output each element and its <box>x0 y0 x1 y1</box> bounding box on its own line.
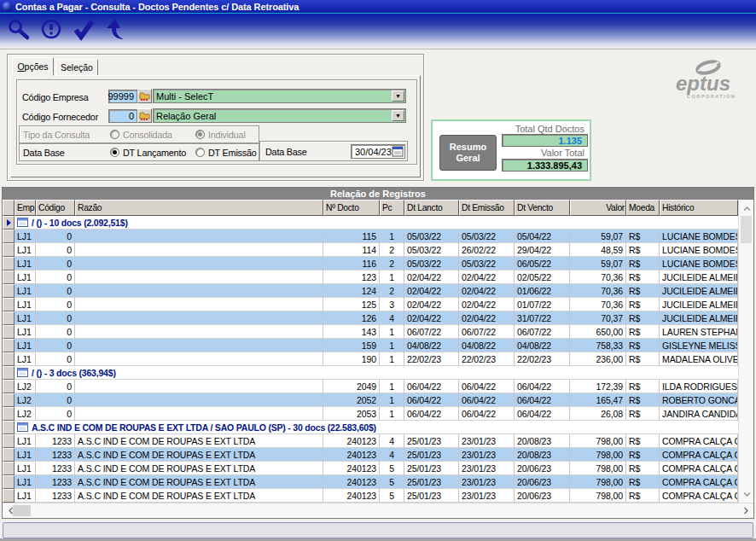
vertical-scrollbar[interactable] <box>738 200 753 503</box>
dropdown-arrow-icon[interactable]: ▼ <box>392 110 404 121</box>
codigo-fornecedor-input[interactable]: 0 <box>108 109 137 123</box>
column-header-0[interactable]: Emp <box>15 200 36 216</box>
table-row[interactable]: LJ11233A.S.C IND E COM DE ROUPAS E EXT L… <box>3 448 738 462</box>
table-row[interactable]: LJ10114205/03/2226/02/2229/04/2248,59R$L… <box>3 243 738 257</box>
info-button[interactable] <box>38 16 64 44</box>
table-row[interactable]: LJ10126402/04/2202/04/2231/07/2270,37R$J… <box>3 311 738 325</box>
table-row[interactable]: LJ10143106/07/2206/07/2206/07/22650,00R$… <box>3 325 738 339</box>
radio-dt-emissao[interactable] <box>195 148 205 157</box>
column-header-2[interactable]: Razão <box>75 200 323 216</box>
cell: MADALENA OLIVEI <box>660 352 738 366</box>
cell: COMPRA CALÇA CA <box>660 475 738 489</box>
radio-dt-lancamento[interactable] <box>110 148 119 157</box>
cell: LJ2 <box>15 393 36 407</box>
cell: 20/06/23 <box>515 475 570 489</box>
cell: JUCILEIDE ALMEID <box>660 298 738 311</box>
table-row[interactable]: LJ11233A.S.C IND E COM DE ROUPAS E EXT L… <box>3 434 738 448</box>
group-header-row[interactable]: A.S.C IND E COM DE ROUPAS E EXT LTDA / S… <box>3 421 738 434</box>
column-header-6[interactable]: Dt Emissão <box>459 200 515 216</box>
confirm-button[interactable] <box>70 16 96 44</box>
codigo-empresa-select[interactable]: Multi - SelecT ▼ <box>153 89 406 103</box>
cell: LJ1 <box>15 339 36 352</box>
cell: 5 <box>380 489 404 503</box>
group-header-row[interactable]: / () - 3 docs (363,94$) <box>3 366 738 380</box>
cell: R$ <box>626 298 660 311</box>
cell <box>75 325 323 339</box>
row-indicator <box>3 257 15 270</box>
cell: 1 <box>380 407 404 421</box>
table-row[interactable]: LJ202053106/04/2206/04/2206/04/2226,08R$… <box>3 407 738 421</box>
table-row[interactable]: LJ202052106/04/2206/04/2206/04/22165,47R… <box>3 393 738 407</box>
column-header-8[interactable]: Valor <box>570 200 626 216</box>
column-header-3[interactable]: Nº Docto <box>323 200 380 216</box>
cell: 04/08/22 <box>404 339 459 352</box>
radio-dt-emissao-label: DT Emissão <box>208 148 257 158</box>
horizontal-scroll-thumb[interactable] <box>13 505 31 516</box>
cell: 05/03/22 <box>404 257 459 270</box>
scroll-up-button[interactable] <box>739 201 754 215</box>
cell: LJ1 <box>15 284 36 298</box>
cell <box>75 230 323 243</box>
cell: 3 <box>380 298 404 311</box>
column-header-10[interactable]: Histórico <box>660 200 738 216</box>
table-row[interactable]: LJ10116205/03/2205/03/2206/05/2259,07R$L… <box>3 257 738 270</box>
horizontal-scrollbar[interactable] <box>3 503 753 518</box>
tab-selecao[interactable]: Seleção <box>55 59 98 76</box>
table-row[interactable]: LJ10124202/04/2202/04/2201/06/2270,36R$J… <box>3 284 738 298</box>
cell: 02/05/22 <box>515 270 570 284</box>
scroll-right-button[interactable] <box>740 503 752 518</box>
scroll-down-button[interactable] <box>739 487 754 501</box>
cell: ROBERTO GONCAL <box>660 393 738 407</box>
back-button[interactable] <box>102 16 129 44</box>
cell: R$ <box>626 434 660 448</box>
tab-opcoes[interactable]: Opções <box>12 57 54 76</box>
table-row[interactable]: LJ10125302/04/2202/04/2201/07/2270,36R$J… <box>3 298 738 311</box>
table-row[interactable]: LJ202049106/04/2206/04/2206/04/22172,39R… <box>3 380 738 393</box>
cell <box>75 393 323 407</box>
column-header-9[interactable]: Moeda <box>626 200 660 216</box>
cell: 1233 <box>36 462 75 475</box>
table-row[interactable]: LJ11233A.S.C IND E COM DE ROUPAS E EXT L… <box>3 462 738 475</box>
table-row[interactable]: LJ11233A.S.C IND E COM DE ROUPAS E EXT L… <box>3 475 738 489</box>
column-header-5[interactable]: Dt Lancto <box>404 200 459 216</box>
codigo-empresa-input[interactable]: 99999 <box>108 90 137 103</box>
cell: 0 <box>36 311 75 325</box>
vertical-scroll-thumb[interactable] <box>741 216 752 243</box>
data-base-date-input[interactable]: 30/04/23 <box>351 144 405 159</box>
cell: 59,07 <box>570 257 626 270</box>
back-icon <box>103 17 129 43</box>
codigo-fornecedor-lookup-button[interactable] <box>137 108 152 123</box>
cell: 1 <box>380 270 404 284</box>
calendar-button[interactable] <box>392 146 404 157</box>
cell: 0 <box>36 339 75 352</box>
dropdown-arrow-icon[interactable]: ▼ <box>392 90 404 102</box>
row-indicator <box>3 380 15 393</box>
cell: 798,00 <box>570 489 626 503</box>
codigo-fornecedor-label: Código Fornecedor <box>22 112 98 122</box>
chevron-right-icon <box>744 507 748 515</box>
column-header-4[interactable]: Pc <box>380 200 404 216</box>
cell: 20/06/23 <box>515 489 570 503</box>
table-row[interactable]: LJ10123102/04/2202/04/2202/05/2270,36R$J… <box>3 270 738 284</box>
table-row[interactable]: LJ10115105/03/2205/03/2205/04/2259,07R$L… <box>3 230 738 243</box>
resumo-panel: Resumo Geral Total Qtd Doctos 1.135 Valo… <box>431 119 591 181</box>
table-row[interactable]: LJ11233A.S.C IND E COM DE ROUPAS E EXT L… <box>3 489 738 503</box>
search-button[interactable] <box>5 16 32 44</box>
cell: 02/04/22 <box>404 298 459 311</box>
column-header-1[interactable]: Código <box>36 200 75 216</box>
cell: R$ <box>626 489 660 503</box>
table-row[interactable]: LJ10190122/02/2322/02/2322/02/23236,00R$… <box>3 352 738 366</box>
cell: COMPRA CALÇA CA <box>660 489 738 503</box>
cell: 06/04/22 <box>404 393 459 407</box>
cell: R$ <box>626 339 660 352</box>
table-row[interactable]: LJ10159104/08/2204/08/2204/08/22758,33R$… <box>3 339 738 352</box>
cell: 1 <box>380 230 404 243</box>
codigo-empresa-lookup-button[interactable] <box>137 89 152 103</box>
codigo-fornecedor-select[interactable]: Relação Geral ▼ <box>153 108 406 123</box>
cell <box>75 243 323 257</box>
cell: 124 <box>323 284 380 298</box>
group-icon <box>17 368 28 377</box>
tipo-consulta-box: Tipo da Consulta Consolidada Individual <box>19 125 259 143</box>
group-header-row[interactable]: / () - 10 docs (2.092,51$) <box>3 216 738 230</box>
column-header-7[interactable]: Dt Vencto <box>515 200 570 216</box>
